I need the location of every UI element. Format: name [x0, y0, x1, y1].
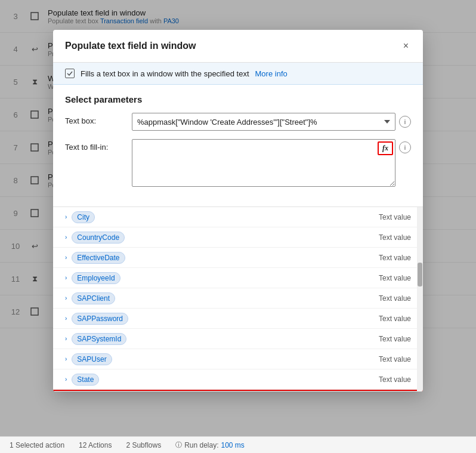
variable-type: Text value [379, 213, 411, 221]
textfill-row: Text to fill-in: fx i [65, 139, 411, 189]
run-delay-label: Run delay: [184, 441, 218, 449]
modal-header: Populate text field in window × [53, 30, 423, 63]
info-bar: Fills a text box in a window with the sp… [53, 63, 423, 85]
variable-type: Text value [379, 294, 411, 303]
info-checkbox-icon [65, 69, 75, 78]
chevron-right-icon: › [65, 234, 67, 241]
variable-row[interactable]: ›StreetText value [53, 390, 423, 392]
variable-type: Text value [379, 254, 411, 262]
variables-list: ›CityText value›CountryCodeText value›Ef… [53, 207, 423, 392]
status-bar: 1 Selected action 12 Actions 2 Subflows … [0, 436, 476, 453]
chevron-right-icon: › [65, 295, 67, 301]
scrollbar-thumb [418, 263, 422, 286]
chevron-right-icon: › [65, 275, 67, 281]
close-button[interactable]: × [401, 38, 411, 54]
textfill-info-button[interactable]: i [399, 141, 411, 153]
form-section: Select parameters Text box: %appmask["Wi… [53, 85, 423, 207]
variable-row[interactable]: ›EffectiveDateText value [53, 248, 423, 268]
textbox-row: Text box: %appmask["Window 'Create Addre… [65, 113, 411, 131]
subflows-label: 2 Subflows [126, 441, 161, 449]
variable-row[interactable]: ›EmployeeIdText value [53, 268, 423, 288]
more-info-link[interactable]: More info [255, 69, 288, 78]
variable-type: Text value [379, 233, 411, 242]
run-delay-value: 100 ms [221, 441, 245, 449]
selected-action-label: 1 Selected action [10, 441, 64, 449]
variable-row[interactable]: ›CountryCodeText value [53, 227, 423, 248]
textfill-input[interactable] [132, 139, 395, 187]
variable-badge: SAPClient [72, 292, 115, 304]
variable-badge: City [72, 211, 95, 223]
variable-badge: SAPUser [72, 353, 112, 365]
scrollbar[interactable] [417, 207, 423, 392]
textbox-label: Text box: [65, 113, 125, 125]
variable-type: Text value [379, 335, 411, 343]
variable-type: Text value [379, 274, 411, 282]
textbox-select[interactable]: %appmask["Window 'Create Addresses'"]["S… [132, 113, 395, 131]
variable-row[interactable]: ›SAPPasswordText value [53, 309, 423, 329]
subflows-status: 2 Subflows [126, 441, 161, 449]
variable-type: Text value [379, 315, 411, 323]
actions-label: 12 Actions [79, 441, 112, 449]
modal-title: Populate text field in window [65, 41, 196, 51]
variable-type: Text value [379, 375, 411, 384]
textfill-label: Text to fill-in: [65, 139, 125, 152]
chevron-right-icon: › [65, 315, 67, 322]
textbox-info-button[interactable]: i [399, 116, 411, 128]
variables-section: ›CityText value›CountryCodeText value›Ef… [53, 207, 423, 392]
chevron-right-icon: › [65, 254, 67, 261]
variable-badge: CountryCode [72, 232, 125, 244]
variable-badge: SAPSystemId [72, 333, 126, 345]
variable-type: Text value [379, 355, 411, 363]
chevron-right-icon: › [65, 214, 67, 220]
variable-row[interactable]: ›SAPSystemIdText value [53, 329, 423, 349]
variable-row[interactable]: ›SAPClientText value [53, 288, 423, 309]
variable-row[interactable]: ›StateText value [53, 369, 423, 390]
variable-badge: EffectiveDate [72, 252, 125, 264]
variable-row[interactable]: ›CityText value [53, 207, 423, 227]
modal-overlay: Populate text field in window × Fills a … [0, 0, 476, 453]
chevron-right-icon: › [65, 335, 67, 342]
chevron-right-icon: › [65, 376, 67, 383]
actions-status: 12 Actions [79, 441, 112, 449]
run-delay-status: ⓘ Run delay: 100 ms [175, 440, 245, 449]
variable-row[interactable]: ›SAPUserText value [53, 349, 423, 369]
chevron-right-icon: › [65, 356, 67, 362]
variable-badge: State [72, 374, 99, 386]
info-text: Fills a text box in a window with the sp… [81, 69, 249, 78]
selected-action-status: 1 Selected action [10, 441, 64, 449]
run-delay-icon: ⓘ [175, 440, 182, 449]
section-title: Select parameters [65, 94, 411, 104]
fx-button[interactable]: fx [378, 141, 393, 155]
modal-dialog: Populate text field in window × Fills a … [53, 30, 423, 392]
variable-badge: SAPPassword [72, 313, 128, 325]
variable-badge: EmployeeId [72, 272, 120, 284]
